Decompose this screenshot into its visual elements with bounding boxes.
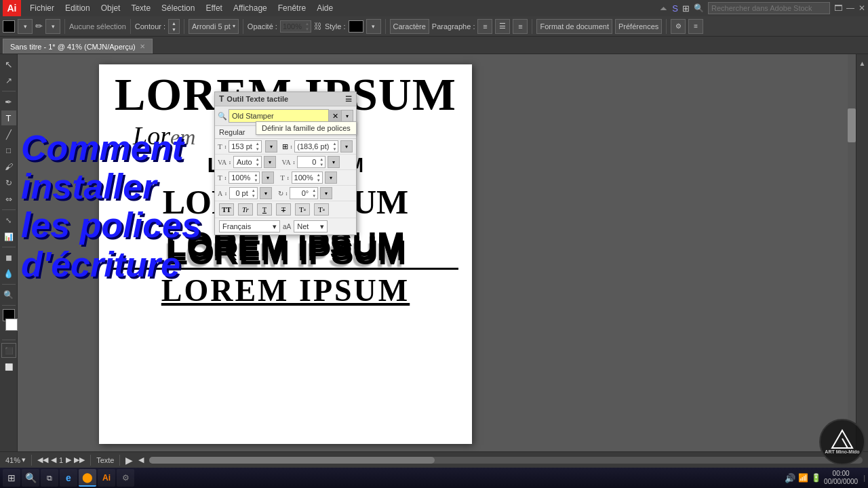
menu-affichage[interactable]: Affichage	[229, 2, 272, 14]
prev-btn[interactable]: ◀	[51, 455, 56, 464]
mirror-btn[interactable]: ⇔	[1, 192, 16, 207]
normal-mode-btn[interactable]: ⬛	[1, 343, 16, 358]
alt-size-spinner[interactable]: (183,6 pt) ▲ ▼	[294, 140, 338, 152]
style-btn-tr[interactable]: Tr	[238, 203, 253, 216]
language-dropdown[interactable]: Français ▾	[219, 220, 280, 232]
panel-options-icon[interactable]: ☰	[345, 95, 352, 104]
font-search-clear-btn[interactable]: ✕	[329, 110, 341, 122]
contour-up-btn[interactable]: ▲ ▼	[172, 20, 176, 33]
preferences-btn[interactable]: Préférences	[615, 19, 662, 34]
chrome-btn[interactable]: ⬤	[79, 469, 96, 487]
menu-objet[interactable]: Objet	[96, 2, 125, 14]
scale-v-dropdown[interactable]: ▾	[325, 171, 337, 184]
font-search-dropdown-btn[interactable]: ▾	[341, 110, 353, 122]
scroll-left-btn[interactable]: ◀	[138, 455, 144, 464]
select-tool-btn[interactable]: ↖	[1, 57, 16, 72]
next-page-btn[interactable]: ▶▶	[74, 455, 85, 464]
fill-color-swatch[interactable]	[3, 20, 15, 33]
menu-fichier[interactable]: Fichier	[25, 2, 59, 14]
style-btn-underline[interactable]: T	[257, 203, 272, 216]
graph-btn[interactable]: 📊	[1, 229, 16, 244]
rotate-spinner[interactable]: 0° ▲ ▼	[290, 187, 318, 199]
align-center-btn[interactable]: ☰	[495, 19, 510, 34]
eyedrop-btn[interactable]: 💧	[1, 266, 16, 281]
style-btn-tt[interactable]: TT	[219, 203, 234, 216]
opacite-spinner[interactable]: 100% ▲ ▼	[280, 20, 311, 33]
style-swatch[interactable]	[349, 20, 363, 33]
v-scrollbar[interactable]	[848, 54, 856, 460]
battery-icon[interactable]: 🔋	[811, 473, 821, 483]
next-btn[interactable]: ▶	[66, 455, 71, 464]
scale-v-spinner[interactable]: 100% ▲ ▼	[292, 171, 323, 184]
font-search-input[interactable]	[229, 109, 329, 123]
tracking-dropdown-btn[interactable]: ▾	[264, 156, 276, 168]
maximize-icon[interactable]: 🗖	[834, 3, 842, 13]
menu-texte[interactable]: Texte	[126, 2, 155, 14]
scale-v-up[interactable]: ▲	[315, 172, 322, 178]
alt-size-down-btn[interactable]: ▼	[331, 146, 338, 152]
document-tab[interactable]: Sans titre - 1* @ 41% (CMJN/Aperçu) ✕	[3, 39, 153, 54]
scale-btn[interactable]: ⤡	[1, 213, 16, 228]
alt-size-up-btn[interactable]: ▲	[331, 141, 338, 146]
caractere-btn[interactable]: Caractère	[390, 19, 429, 34]
size-down-btn[interactable]: ▼	[254, 146, 261, 152]
extra-btn1[interactable]: ⚙	[671, 19, 686, 34]
edge-btn[interactable]: e	[60, 469, 77, 487]
menu-edition[interactable]: Edition	[60, 2, 95, 14]
zoom-btn[interactable]: 🔍	[1, 287, 16, 302]
system-clock[interactable]: 00:00 00/00/0000	[824, 470, 858, 486]
rotate-down[interactable]: ▼	[311, 193, 317, 199]
taskview-btn[interactable]: ⧉	[41, 469, 58, 487]
volume-icon[interactable]: 🔊	[785, 473, 795, 483]
illustrator-taskbar-btn[interactable]: Ai	[98, 469, 115, 487]
pen-tool-btn[interactable]: ✒	[1, 94, 16, 109]
tracking-spinner[interactable]: Auto ▲ ▼	[233, 156, 262, 168]
network-icon[interactable]: 📶	[798, 473, 808, 483]
fill-none-btn[interactable]: ▾	[18, 19, 33, 34]
search-taskbar-btn[interactable]: 🔍	[22, 469, 39, 487]
contour-value-dropdown[interactable]: ▲ ▼	[168, 19, 180, 34]
menu-fenetre[interactable]: Fenêtre	[273, 2, 311, 14]
scale-h-down[interactable]: ▼	[252, 178, 259, 183]
play-btn[interactable]: ▶	[125, 455, 133, 466]
right-scroll-up[interactable]: ▲	[859, 57, 866, 70]
line-tool-btn[interactable]: ╱	[1, 127, 16, 142]
kerning-down-btn[interactable]: ▼	[318, 162, 325, 167]
tracking-down-btn[interactable]: ▼	[254, 162, 261, 167]
scale-h-up[interactable]: ▲	[252, 172, 259, 178]
size-dropdown-btn[interactable]: ▾	[265, 140, 277, 152]
align-left-btn[interactable]: ≡	[477, 19, 492, 34]
alt-size-dropdown-btn[interactable]: ▾	[340, 140, 353, 152]
zoom-dropdown[interactable]: 41% ▾	[5, 455, 26, 464]
style-arrow[interactable]: ▾	[366, 19, 381, 34]
opacite-down[interactable]: ▼	[304, 26, 311, 32]
scale-h-dropdown[interactable]: ▾	[262, 171, 274, 184]
net-dropdown[interactable]: Net ▾	[294, 220, 328, 232]
align-right-btn[interactable]: ≡	[513, 19, 528, 34]
style-btn-subscript[interactable]: Ta	[314, 203, 329, 216]
size-up-btn[interactable]: ▲	[254, 141, 261, 146]
baseline-up[interactable]: ▲	[250, 188, 257, 193]
type-tool-btn[interactable]: T	[1, 110, 16, 125]
pen-option-btn[interactable]: ▾	[45, 19, 60, 34]
scale-h-spinner[interactable]: 100% ▲ ▼	[229, 171, 260, 184]
baseline-dropdown[interactable]: ▾	[260, 187, 272, 199]
show-desktop-btn[interactable]: |	[863, 474, 865, 482]
tab-close-btn[interactable]: ✕	[140, 43, 145, 50]
direct-select-btn[interactable]: ↗	[1, 73, 16, 88]
rotate-dropdown[interactable]: ▾	[320, 187, 332, 199]
opacite-arrows[interactable]: ▲ ▼	[304, 21, 311, 32]
format-doc-btn[interactable]: Format de document	[536, 19, 612, 34]
minimize-icon[interactable]: —	[846, 3, 854, 13]
gradient-btn[interactable]: ◼	[1, 250, 16, 265]
artboard-btn[interactable]: ⬜	[1, 359, 16, 374]
tracking-up-btn[interactable]: ▲	[254, 157, 261, 162]
kerning-spinner[interactable]: 0 ▲ ▼	[297, 156, 326, 168]
extra-taskbar-btn[interactable]: ⚙	[117, 469, 134, 487]
arrondi-dropdown[interactable]: Arrondi 5 pt ▾	[189, 19, 239, 34]
prev-page-btn[interactable]: ◀◀	[37, 455, 48, 464]
scale-v-down[interactable]: ▼	[315, 178, 322, 183]
baseline-spinner[interactable]: 0 pt ▲ ▼	[229, 187, 258, 199]
rotate-btn[interactable]: ↻	[1, 176, 16, 190]
start-btn[interactable]: ⊞	[3, 469, 20, 487]
